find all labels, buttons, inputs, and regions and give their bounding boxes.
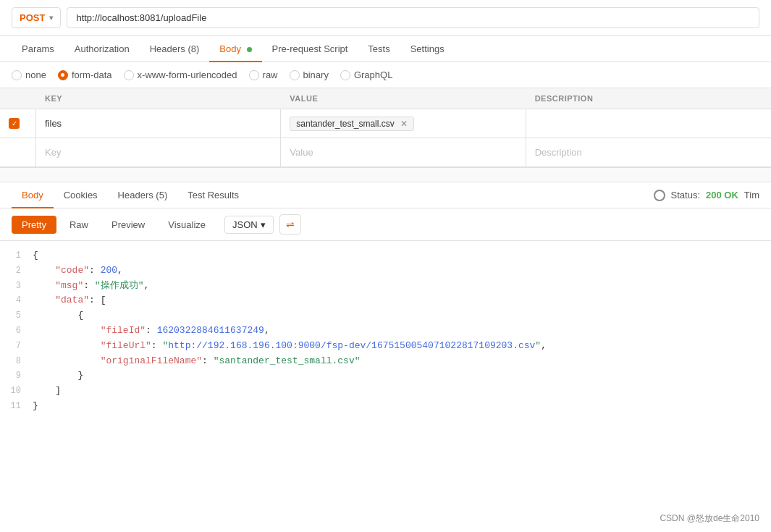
resp-tab-testresults[interactable]: Test Results [177,182,249,208]
format-select-value: JSON [232,219,258,230]
method-label: POST [20,12,45,23]
wrap-icon: ⇌ [286,219,295,230]
empty-key-cell[interactable]: Key [36,138,281,166]
method-chevron: ▾ [49,14,53,22]
format-select-chevron: ▾ [261,219,266,230]
status-value: 200 OK [706,190,738,200]
value-placeholder: Value [290,147,313,158]
tab-tests[interactable]: Tests [358,36,400,62]
format-bar: Pretty Raw Preview Visualize JSON ▾ ⇌ [0,208,771,241]
radio-graphql-circle [340,70,350,80]
code-line-9: 9 } [0,368,771,384]
row-key-cell[interactable]: files [36,109,281,138]
resp-tab-body[interactable]: Body [12,182,54,208]
radio-form-data[interactable]: form-data [58,69,112,80]
code-line-5: 5 { [0,308,771,324]
row-value-cell[interactable]: santander_test_small.csv ✕ [281,109,526,138]
empty-description-cell[interactable]: Description [526,138,771,166]
response-tabs: Body Cookies Headers (5) Test Results St… [0,182,771,208]
file-name: santander_test_small.csv [296,119,394,129]
response-status: Status: 200 OK Tim [654,190,759,201]
radio-urlencoded[interactable]: x-www-form-urlencoded [124,69,237,80]
code-line-2: 2 "code": 200, [0,263,771,279]
radio-binary-circle [290,70,300,80]
request-table: KEY VALUE DESCRIPTION files santander_te… [0,88,771,168]
time-label: Tim [744,190,759,200]
row-description-cell[interactable] [526,109,771,138]
method-select[interactable]: POST ▾ [12,7,61,28]
tab-headers[interactable]: Headers (8) [140,36,210,62]
tab-params[interactable]: Params [12,36,64,62]
btn-visualize[interactable]: Visualize [158,216,216,234]
radio-urlencoded-circle [124,70,134,80]
code-line-6: 6 "fileId": 1620322884611637249, [0,324,771,339]
empty-value-cell[interactable]: Value [281,138,526,166]
key-placeholder: Key [45,147,61,158]
request-tabs: Params Authorization Headers (8) Body Pr… [0,36,771,62]
resp-tab-headers[interactable]: Headers (5) [108,182,178,208]
code-line-7: 7 "fileUrl": "http://192.168.196.100:900… [0,339,771,354]
col-checkbox [0,88,36,109]
table-row-empty: Key Value Description [0,138,771,167]
radio-formdata-circle [58,70,68,80]
status-label: Status: [671,190,700,200]
row-checkbox[interactable] [9,118,20,129]
table-header: KEY VALUE DESCRIPTION [0,88,771,109]
btn-pretty[interactable]: Pretty [12,216,56,234]
col-key: KEY [36,88,281,109]
code-line-10: 10 ] [0,384,771,399]
radio-binary[interactable]: binary [290,69,329,80]
radio-none[interactable]: none [12,69,46,80]
tab-settings[interactable]: Settings [400,36,455,62]
radio-raw[interactable]: raw [249,69,278,80]
url-bar: POST ▾ [0,0,771,36]
radio-none-circle [12,70,22,80]
wrap-button[interactable]: ⇌ [279,214,301,235]
code-line-8: 8 "originalFileName": "santander_test_sm… [0,354,771,369]
code-line-3: 3 "msg": "操作成功", [0,279,771,294]
tab-authorization[interactable]: Authorization [64,36,140,62]
format-select[interactable]: JSON ▾ [224,216,274,234]
file-tag-close[interactable]: ✕ [400,119,408,129]
body-options: none form-data x-www-form-urlencoded raw… [0,62,771,88]
url-input[interactable] [67,7,759,28]
section-spacer [0,168,771,182]
row-checkbox-cell[interactable] [0,109,36,138]
tab-prerequest[interactable]: Pre-request Script [262,36,358,62]
file-tag: santander_test_small.csv ✕ [290,117,413,131]
file-url-link[interactable]: http://192.168.196.100:9000/fsp-dev/1675… [168,340,535,351]
radio-raw-circle [249,70,259,80]
globe-icon [654,190,665,201]
resp-tab-cookies[interactable]: Cookies [54,182,108,208]
radio-graphql[interactable]: GraphQL [340,69,392,80]
col-description: DESCRIPTION [526,88,771,109]
tab-body[interactable]: Body [209,36,261,62]
body-dot [247,47,252,52]
row-key: files [45,118,62,129]
btn-preview[interactable]: Preview [101,216,155,234]
code-line-1: 1 { [0,248,771,263]
empty-checkbox-cell [0,138,36,166]
col-value: VALUE [281,88,526,109]
code-line-4: 4 "data": [ [0,293,771,308]
btn-raw[interactable]: Raw [59,216,98,234]
description-placeholder: Description [535,147,582,158]
code-line-11: 11 } [0,399,771,414]
code-area: 1 { 2 "code": 200, 3 "msg": "操作成功", 4 "d… [0,241,771,421]
table-row: files santander_test_small.csv ✕ [0,109,771,138]
